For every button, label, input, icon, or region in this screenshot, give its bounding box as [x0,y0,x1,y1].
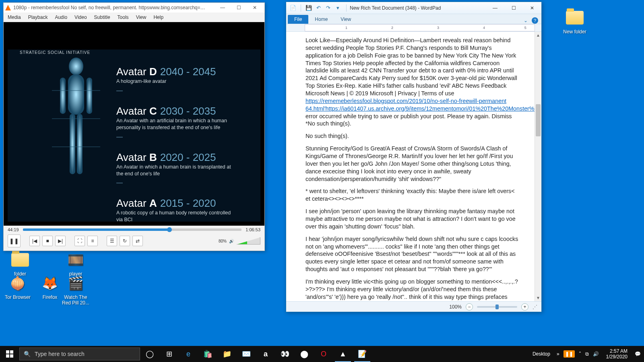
desktop-icon-player[interactable]: 🎞️ player [60,250,91,277]
avatar-item-c: Avatar C2030 - 2035 An Avatar with an ar… [116,105,252,138]
paragraph: No such thing(s). [305,132,518,140]
notifications-icon[interactable]: 💬 [635,351,641,357]
tab-home[interactable]: Home [308,15,334,24]
menu-playback[interactable]: Playback [28,14,48,20]
loop-button[interactable]: ↻ [120,236,130,246]
minimize-button[interactable]: — [486,2,504,14]
play-pause-button[interactable]: ❚❚ [8,234,21,247]
desktop-icon-newfolder[interactable]: New folder [559,8,590,35]
zoom-in-button[interactable]: + [521,303,528,311]
mute-icon[interactable]: 🔊 [229,239,234,243]
volume-icon[interactable]: 🔊 [593,351,599,357]
app-icon[interactable]: ⬤ [295,346,314,362]
minimize-button[interactable]: — [215,5,231,10]
icon-label: Watch The Red Pill 20... [60,294,91,306]
zoom-percent: 100% [449,304,462,310]
maximize-button[interactable]: ☐ [231,5,247,10]
wordpad-titlebar[interactable]: 📄 💾 ↶ ↷ ▾ New Rich Text Document (348) -… [286,2,541,14]
tor-icon: 🧅 [8,274,27,293]
paragraph: * went to shelter, 'el leftovers' thinkn… [305,187,518,203]
svg-rect-5 [77,114,83,174]
qat-dropdown-icon[interactable]: ▾ [334,4,341,12]
edge-icon[interactable]: e [179,346,198,362]
media-icon: 🎞️ [66,250,85,269]
hyperlink[interactable]: 'https://ia601407.us.archive.org/9/items… [324,105,535,112]
clock-date: 1/29/2020 [606,354,627,360]
tripadvisor-icon[interactable]: 👀 [275,346,295,362]
clock-time: 2:57 AM [606,348,627,354]
resize-grip-icon[interactable]: ⋰ [533,304,537,310]
save-icon[interactable]: 💾 [305,4,312,12]
menu-tools[interactable]: Tools [118,14,129,20]
taskbar-search[interactable]: 🔍 Type here to search [19,348,140,360]
vlc-video-area[interactable]: STRATEGIC SOCIAL INITIATIVE Avatar D2040… [4,22,264,226]
maximize-button[interactable]: ☐ [504,2,523,14]
redo-icon[interactable]: ↷ [324,4,332,12]
menu-video[interactable]: Video [74,14,87,20]
desktop-icon-tor[interactable]: 🧅 Tor Browser [2,274,33,300]
scroll-up-icon[interactable]: ▲ [535,32,541,39]
scroll-thumb[interactable] [536,104,541,136]
tab-file[interactable]: File [288,15,308,24]
taskbar-clock[interactable]: 2:57 AM 1/29/2020 [603,348,631,360]
wordpad-taskbar-icon[interactable]: 📝 [353,346,372,362]
volume-percent: 80% [219,239,227,243]
show-desktop-label[interactable]: Desktop [533,351,553,357]
chevron-up-icon[interactable]: » [557,351,559,357]
menu-subtitle[interactable]: Subtitle [94,14,110,20]
status-bar: 100% − + ⋰ [286,301,541,312]
zoom-out-button[interactable]: − [466,303,473,311]
vlc-cone-icon [5,5,11,10]
vlc-titlebar[interactable]: 1080p - rememberlessfool No self, no fre… [4,3,264,12]
menu-audio[interactable]: Audio [55,14,67,20]
previous-button[interactable]: |◀ [29,236,40,246]
amazon-icon[interactable]: a [256,346,275,362]
tab-view[interactable]: View [334,15,357,24]
mail-icon[interactable]: ✉️ [237,346,256,362]
store-icon[interactable]: 🛍️ [198,346,217,362]
desktop-icon-video[interactable]: 🎬 Watch The Red Pill 20... [60,274,91,306]
ruler[interactable]: 1 2 3 4 5 [286,24,541,32]
menu-media[interactable]: Media [8,14,21,20]
close-button[interactable]: ✕ [523,2,541,14]
ribbon-tabs: File Home View ⌄ ? [286,14,541,24]
file-explorer-icon[interactable]: 📁 [217,346,237,362]
tray-chevron-icon[interactable]: ˄ [579,351,581,357]
start-button[interactable] [0,346,19,362]
tray-app-icon[interactable]: ❚❚ [564,350,575,358]
seek-slider[interactable] [23,228,242,231]
menu-help[interactable]: Help [153,14,163,20]
next-button[interactable]: ▶| [55,236,66,246]
avatar-item-b: Avatar B2020 - 2025 An Avatar in which a… [116,151,252,184]
playlist-button[interactable]: ☰ [107,236,117,246]
ext-settings-button[interactable]: ≡ [87,236,98,246]
scroll-down-icon[interactable]: ▼ [535,294,541,301]
icon-label: New folder [563,29,586,35]
menu-view[interactable]: View [136,14,147,20]
paragraph: I hear 'john/jon mayer song/lyricswhilw … [305,235,518,273]
network-icon[interactable]: ⧉ [585,351,589,357]
elapsed-time: 44:19 [8,227,19,232]
document-body[interactable]: Look Like—Especially Around Hi Definitio… [286,32,535,301]
avatar-item-a: Avatar A2015 - 2020 A robotic copy of a … [116,197,252,223]
fullscreen-button[interactable]: ⛶ [74,236,85,246]
paragraph: Look Like—Especially Around Hi Definitio… [305,37,518,128]
vlc-taskbar-icon[interactable]: ▲ [333,346,353,362]
shuffle-button[interactable]: ⇄ [132,236,143,246]
windows-logo-icon [6,350,13,358]
task-view-icon[interactable]: ⊞ [159,346,179,362]
wordpad-app-icon[interactable]: 📄 [289,4,297,12]
volume-slider[interactable] [236,237,260,245]
cortana-icon[interactable]: ◯ [140,346,159,362]
vertical-scrollbar[interactable]: ▲ ▼ [535,32,541,301]
zoom-slider[interactable] [477,306,517,308]
chevron-down-icon[interactable]: ⌄ [524,18,528,23]
window-title: New Rich Text Document (348) - WordPad [348,5,486,11]
desktop-icon-folder[interactable]: folder [5,250,35,277]
stop-button[interactable]: ■ [42,236,53,246]
undo-icon[interactable]: ↶ [315,4,322,12]
close-button[interactable]: ✕ [247,5,263,10]
help-icon[interactable]: ? [532,17,538,24]
opera-icon[interactable]: O [314,346,333,362]
svg-rect-3 [87,78,92,114]
